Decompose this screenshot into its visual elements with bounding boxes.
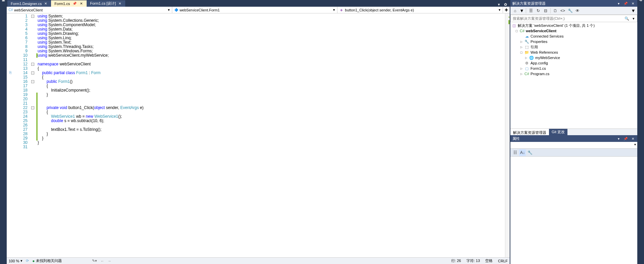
- show-all-files-button[interactable]: 🗋: [552, 7, 559, 14]
- form-icon: ▢: [524, 66, 529, 71]
- config-icon: ⚙: [524, 61, 529, 65]
- tab-label: Form1.Designer.cs: [11, 2, 42, 6]
- fold-margin[interactable]: −−−−−: [30, 13, 36, 257]
- view-dropdown[interactable]: ▾: [519, 7, 524, 14]
- project-node[interactable]: ▢ C# webServiceClient: [510, 28, 637, 34]
- class-selector[interactable]: 🔷 webServiceClient.Form1 ▾: [172, 7, 338, 13]
- view-code-button[interactable]: <>: [559, 7, 566, 14]
- check-icon: ●: [32, 259, 35, 263]
- panel-tabs: 解决方案资源管理器 Git 更改: [510, 128, 637, 135]
- toolbar-overflow[interactable]: ▾: [631, 7, 636, 14]
- references-node[interactable]: ▷ ⬚ 引用: [510, 44, 637, 50]
- pin-icon[interactable]: 📌: [623, 2, 629, 5]
- scope-selector[interactable]: C# webServiceClient ▾: [7, 7, 172, 13]
- properties-object-selector[interactable]: ▾: [510, 142, 637, 149]
- document-tab[interactable]: Form1.cs [设计]✕: [87, 0, 125, 7]
- window-dropdown-icon[interactable]: ▾: [617, 137, 620, 141]
- references-icon: ⬚: [524, 45, 529, 49]
- solution-tree[interactable]: ◫ 解决方案 'webServiceClient' (1 个项目, 共 1 个)…: [510, 22, 637, 128]
- window-dropdown-icon[interactable]: ▾: [617, 2, 620, 5]
- mywebservice-node[interactable]: ▷ 🌐 myWebService: [510, 55, 637, 60]
- fold-toggle[interactable]: −: [31, 71, 34, 74]
- fold-toggle[interactable]: −: [31, 63, 34, 66]
- class-icon: 🔷: [174, 8, 178, 12]
- line-ending[interactable]: CRLF: [498, 258, 508, 263]
- member-selector[interactable]: ◈ button1_Click(object sender, EventArgs…: [337, 7, 503, 13]
- alphabetical-button[interactable]: A↓: [519, 149, 526, 156]
- program-node[interactable]: ▷ C# Program.cs: [510, 71, 637, 76]
- connected-services-node[interactable]: ☁ Connected Services: [510, 34, 637, 39]
- properties-header[interactable]: 属性 ▾ 📌 ✕: [510, 135, 637, 142]
- tab-solution-explorer[interactable]: 解决方案资源管理器: [510, 129, 549, 135]
- chevron-down-icon: ▾: [168, 8, 170, 12]
- tab-dropdown-icon[interactable]: ▾: [497, 2, 501, 7]
- fold-toggle[interactable]: −: [31, 80, 34, 83]
- code-content[interactable]: using System;using System.Collections.Ge…: [38, 13, 505, 257]
- collapse-icon[interactable]: ▢: [515, 30, 518, 33]
- class-label: webServiceClient.Form1: [180, 8, 220, 12]
- home-button[interactable]: ⌂: [512, 7, 518, 14]
- left-tool-rail[interactable]: 工具箱: [0, 0, 7, 264]
- document-tabs: Form1.Designer.cs✕Form1.cs📌✕Form1.cs [设计…: [7, 0, 510, 7]
- properties-node[interactable]: ▷ 🔧 Properties: [510, 39, 637, 44]
- pin-icon[interactable]: 📌: [623, 137, 629, 141]
- close-icon[interactable]: ✕: [631, 137, 635, 141]
- cursor-char[interactable]: 字符: 13: [466, 258, 480, 263]
- right-panel: 解决方案资源管理器 ▾ 📌 ✕ ⌂ ▾ ☰ ↻ ⊟ 🗋 <> 🔧 👁 ▾ 🔍 ▾: [510, 0, 637, 264]
- appconfig-node[interactable]: ⚙ App.config: [510, 60, 637, 66]
- search-input[interactable]: [511, 16, 624, 21]
- search-icon[interactable]: 🔍: [624, 16, 630, 21]
- solution-explorer-header[interactable]: 解决方案资源管理器 ▾ 📌 ✕: [510, 0, 637, 7]
- vertical-scrollbar-overview[interactable]: [505, 13, 510, 257]
- nav-back[interactable]: ←: [100, 259, 104, 263]
- expand-icon[interactable]: ▷: [520, 40, 523, 43]
- solution-search[interactable]: 🔍 ▾: [510, 15, 637, 22]
- sync-button[interactable]: ↻: [535, 7, 542, 14]
- zoom-selector[interactable]: 100 %▾: [9, 259, 22, 263]
- solution-node[interactable]: ◫ 解决方案 'webServiceClient' (1 个项目, 共 1 个): [510, 23, 637, 28]
- document-tab[interactable]: Form1.Designer.cs✕: [7, 0, 51, 7]
- close-icon[interactable]: ✕: [79, 2, 83, 5]
- code-editor[interactable]: ⎘ 12345678910111213141516171819202122232…: [7, 13, 510, 257]
- properties-button[interactable]: 🔧: [567, 7, 573, 14]
- line-numbers: 1234567891011121314151617181920212223242…: [17, 13, 30, 257]
- indent-mode[interactable]: 空格: [485, 258, 493, 263]
- tree-label: 解决方案 'webServiceClient' (1 个项目, 共 1 个): [518, 23, 595, 28]
- right-tool-rail[interactable]: 协作: [637, 0, 644, 264]
- split-editor-button[interactable]: ✚: [503, 7, 510, 13]
- close-icon[interactable]: ✕: [118, 2, 122, 5]
- categorized-button[interactable]: ☷: [512, 149, 518, 156]
- tab-label: Form1.cs: [54, 2, 70, 6]
- tree-label: Form1.cs: [531, 66, 546, 70]
- expand-icon[interactable]: ▷: [520, 72, 523, 75]
- member-label: button1_Click(object sender, EventArgs e…: [345, 8, 414, 12]
- issues-status[interactable]: ● 未找到相关问题: [32, 258, 62, 263]
- tab-git-changes[interactable]: Git 更改: [549, 129, 567, 135]
- fold-toggle[interactable]: −: [31, 106, 34, 109]
- preview-button[interactable]: 👁: [574, 7, 581, 14]
- expand-icon[interactable]: ▷: [520, 67, 523, 70]
- close-icon[interactable]: ✕: [44, 2, 48, 5]
- pending-changes-button[interactable]: ☰: [527, 7, 534, 14]
- form1-node[interactable]: ▷ ▢ Form1.cs: [510, 66, 637, 71]
- collapse-icon[interactable]: ▢: [520, 51, 523, 54]
- property-pages-button[interactable]: 🔧: [526, 149, 533, 156]
- nav-fwd[interactable]: →: [107, 259, 111, 263]
- folder-icon: 📁: [524, 50, 529, 55]
- health-indicator[interactable]: ⟳: [26, 259, 29, 263]
- authoring-tools[interactable]: ✎▾: [92, 259, 97, 263]
- pin-icon[interactable]: 📌: [72, 2, 77, 5]
- search-dropdown-icon[interactable]: ▾: [630, 16, 637, 21]
- expand-icon[interactable]: ▷: [524, 56, 528, 59]
- cursor-line[interactable]: 行: 26: [451, 258, 461, 263]
- web-references-node[interactable]: ▢ 📁 Web References: [510, 50, 637, 55]
- close-icon[interactable]: ✕: [631, 2, 635, 5]
- expand-icon[interactable]: ▷: [520, 46, 523, 49]
- fold-toggle[interactable]: −: [31, 15, 34, 18]
- collapse-all-button[interactable]: ⊟: [542, 7, 549, 14]
- chevron-down-icon: ▾: [20, 259, 22, 263]
- tab-settings-icon[interactable]: ✿: [503, 2, 508, 7]
- properties-grid[interactable]: [510, 157, 637, 264]
- document-tab[interactable]: Form1.cs📌✕: [51, 0, 87, 7]
- reference-indicator-icon[interactable]: ⎘: [9, 70, 12, 74]
